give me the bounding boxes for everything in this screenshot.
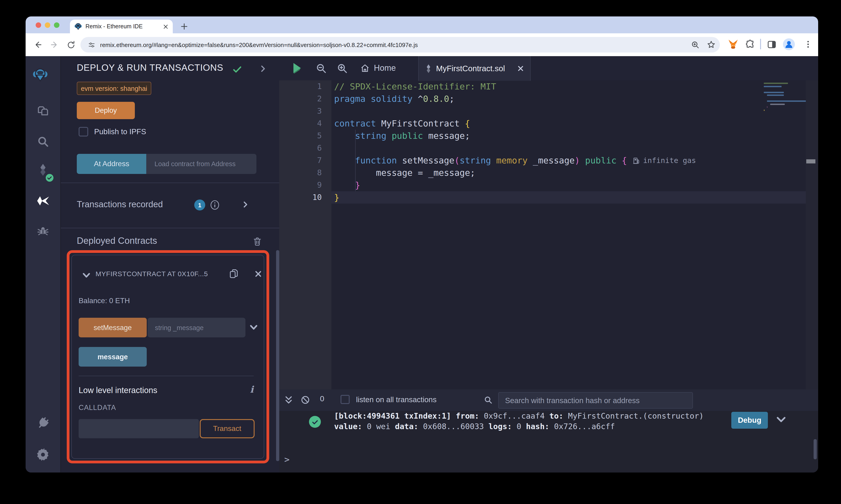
editor-scrollbar-track[interactable] — [806, 80, 818, 390]
code-line[interactable]: 3 — [279, 105, 806, 117]
back-icon[interactable] — [32, 39, 44, 51]
at-address-button[interactable]: At Address — [77, 154, 146, 174]
minimap-line — [767, 106, 768, 108]
zoom-in-icon[interactable] — [337, 62, 348, 74]
terminal-search-input[interactable] — [498, 392, 693, 409]
trash-icon[interactable] — [252, 236, 262, 247]
transactions-expand-icon[interactable] — [242, 201, 248, 208]
panel-divider — [61, 183, 279, 183]
set-message-expand-icon[interactable] — [250, 323, 258, 331]
file-tab-close-icon[interactable] — [517, 65, 524, 72]
transactions-info-icon[interactable] — [209, 199, 220, 211]
gas-annotation: infinite gas — [633, 154, 696, 167]
evm-version-badge: evm version: shanghai — [77, 82, 151, 95]
line-number: 7 — [279, 154, 322, 167]
editor-overview-ruler-mark — [806, 159, 816, 163]
remix-favicon-icon — [74, 23, 82, 30]
code-line[interactable]: 7 function setMessage(string memory _mes… — [279, 154, 806, 167]
panel-chevron-right-icon[interactable] — [260, 65, 267, 72]
deploy-and-run-icon[interactable] — [36, 194, 50, 208]
low-level-info-icon[interactable] — [250, 384, 254, 395]
browser-menu-icon[interactable] — [804, 40, 813, 49]
contract-title[interactable]: MYFIRSTCONTRACT AT 0X10F...5 — [96, 270, 217, 277]
url-bar[interactable]: remix.ethereum.org/#lang=en&optimize=fal… — [81, 37, 720, 53]
terminal-prompt[interactable]: > — [284, 454, 290, 464]
code-text: function setMessage(string memory _messa… — [322, 154, 627, 167]
tx-success-icon — [309, 416, 321, 428]
toolbar-separator — [760, 39, 761, 49]
gas-annotation-text: infinite gas — [643, 156, 696, 165]
code-text: // SPDX-License-Identifier: MIT — [322, 80, 496, 93]
terminal-scrollbar[interactable] — [813, 439, 817, 459]
tab-home[interactable]: Home — [360, 60, 396, 76]
tab-myfirstcontract[interactable]: MyFirstContract.sol — [418, 56, 531, 81]
debug-button[interactable]: Debug — [731, 412, 768, 429]
clear-console-icon[interactable] — [301, 395, 310, 404]
tx-log-line2: value: 0 wei data: 0x608...60033 logs: 0… — [334, 421, 736, 432]
transactions-count-badge: 1 — [194, 199, 205, 211]
code-line[interactable]: 4contract MyFirstContract { — [279, 117, 806, 130]
calldata-input[interactable] — [79, 419, 199, 438]
contract-close-icon[interactable] — [255, 270, 262, 277]
remix-logo-icon[interactable] — [33, 68, 48, 82]
search-icon[interactable] — [36, 134, 50, 149]
debugger-icon[interactable] — [36, 224, 50, 238]
at-address-input[interactable] — [146, 154, 256, 174]
code-line[interactable]: 6 — [279, 142, 806, 154]
code-text: contract MyFirstContract { — [322, 117, 470, 130]
copy-address-icon[interactable] — [228, 268, 239, 279]
code-text: message = _message; — [322, 167, 475, 179]
publish-ipfs-checkbox[interactable] — [79, 127, 88, 137]
metamask-extension-icon[interactable] — [728, 39, 739, 50]
traffic-light-minimize[interactable] — [45, 22, 50, 28]
editor-minimap[interactable] — [763, 82, 806, 137]
tab-close-icon[interactable] — [163, 24, 168, 29]
browser-tab[interactable]: Remix - Ethereum IDE — [70, 20, 173, 33]
code-line[interactable]: 9 } — [279, 179, 806, 191]
code-line[interactable]: 10} — [279, 191, 806, 204]
transact-button[interactable]: Transact — [200, 419, 255, 438]
url-text[interactable]: remix.ethereum.org/#lang=en&optimize=fal… — [100, 41, 667, 48]
minimap-line — [767, 94, 784, 96]
minimap-line — [764, 92, 784, 93]
traffic-light-zoom[interactable] — [54, 22, 59, 28]
tab-title: Remix - Ethereum IDE — [85, 23, 163, 30]
side-panel-icon[interactable] — [767, 40, 776, 49]
profile-avatar[interactable] — [783, 38, 795, 50]
set-message-input[interactable] — [148, 318, 245, 337]
minimap-line — [767, 101, 807, 102]
code-line[interactable]: 1// SPDX-License-Identifier: MIT — [279, 80, 806, 93]
panel-scrollbar[interactable] — [276, 250, 279, 461]
bookmark-star-icon[interactable] — [707, 40, 716, 49]
code-text: string public message; — [322, 130, 470, 142]
contract-collapse-icon[interactable] — [82, 271, 90, 280]
code-line[interactable]: 2pragma solidity ^0.8.0; — [279, 93, 806, 105]
set-message-button[interactable]: setMessage — [79, 318, 147, 337]
code-text: } — [322, 179, 360, 191]
run-script-icon[interactable] — [292, 62, 303, 74]
zoom-page-icon[interactable] — [691, 40, 700, 49]
new-tab-button[interactable] — [180, 22, 188, 31]
message-button[interactable]: message — [79, 347, 147, 366]
plugin-manager-icon[interactable] — [36, 416, 50, 431]
expand-terminal-icon[interactable] — [284, 395, 293, 404]
listen-transactions-checkbox[interactable] — [341, 395, 350, 404]
forward-icon[interactable] — [49, 39, 60, 51]
code-lines: 1// SPDX-License-Identifier: MIT2pragma … — [279, 80, 806, 390]
minimap-line — [764, 83, 788, 84]
settings-gear-icon[interactable] — [36, 447, 50, 461]
code-line[interactable]: 8 message = _message; — [279, 167, 806, 179]
code-line[interactable]: 5 string public message; — [279, 130, 806, 142]
code-text — [322, 105, 334, 117]
site-settings-icon[interactable] — [88, 41, 96, 49]
line-number: 10 — [279, 191, 322, 204]
deploy-button[interactable]: Deploy — [77, 102, 135, 119]
tx-log[interactable]: [block:4994361 txIndex:1] from: 0x9cf...… — [334, 411, 736, 432]
extensions-puzzle-icon[interactable] — [745, 39, 755, 49]
gas-pump-icon — [633, 157, 640, 164]
reload-icon[interactable] — [65, 39, 77, 51]
collapse-log-icon[interactable] — [776, 415, 786, 425]
traffic-light-close[interactable] — [36, 22, 41, 28]
file-explorer-icon[interactable] — [36, 104, 50, 119]
zoom-out-icon[interactable] — [315, 62, 327, 74]
